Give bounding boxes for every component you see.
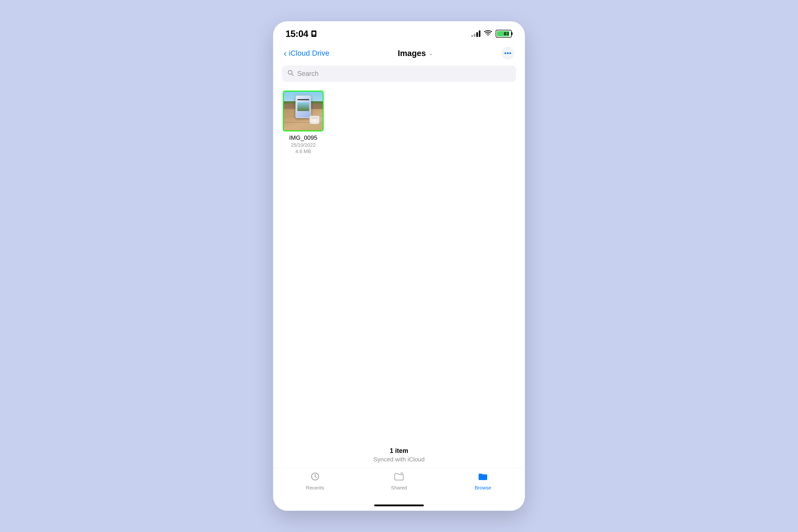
svg-rect-1	[312, 32, 315, 35]
back-chevron-icon: ‹	[284, 49, 287, 58]
nav-title-chevron-icon: ⌄	[429, 50, 433, 56]
recents-icon	[310, 472, 320, 483]
item-count: 1 item	[279, 447, 519, 455]
phone-frame: 15:04	[273, 21, 525, 511]
status-time: 15:04	[285, 28, 308, 39]
search-icon	[287, 70, 294, 78]
search-placeholder: Search	[297, 70, 319, 77]
file-grid: IMG_0095 25/10/2022 4.6 MB	[282, 91, 516, 154]
svg-rect-2	[314, 35, 315, 36]
tab-shared[interactable]: Shared	[357, 472, 441, 491]
svg-point-9	[401, 473, 402, 474]
content-area: IMG_0095 25/10/2022 4.6 MB	[273, 85, 525, 442]
list-item[interactable]: IMG_0095 25/10/2022 4.6 MB	[282, 91, 324, 154]
tab-bar: Recents Shared	[273, 468, 525, 500]
search-bar[interactable]: Search	[282, 65, 516, 82]
tab-recents-label: Recents	[306, 485, 324, 491]
file-size: 4.6 MB	[296, 149, 311, 154]
nav-title: Images	[398, 49, 426, 58]
shared-icon	[394, 472, 404, 483]
nav-header: ‹ iCloud Drive Images ⌄ •••	[273, 42, 525, 64]
home-bar	[374, 505, 424, 506]
tab-shared-label: Shared	[391, 485, 407, 491]
status-icons: 83	[471, 30, 513, 38]
home-indicator	[273, 500, 525, 511]
search-bar-container: Search	[273, 64, 525, 85]
svg-line-7	[315, 476, 317, 478]
file-thumbnail-selected	[283, 91, 324, 131]
footer-status: 1 item Synced with iCloud	[273, 442, 525, 468]
browse-icon	[478, 472, 488, 483]
file-name: IMG_0095	[289, 134, 318, 141]
file-date: 25/10/2022	[291, 142, 316, 148]
battery-icon: 83	[496, 30, 513, 38]
tab-browse-label: Browse	[475, 485, 491, 491]
more-dots-icon: •••	[504, 50, 512, 57]
tab-recents[interactable]: Recents	[273, 472, 357, 491]
wifi-icon	[484, 30, 492, 37]
tab-browse[interactable]: Browse	[441, 472, 525, 491]
more-button[interactable]: •••	[501, 47, 514, 60]
back-button[interactable]: ‹ iCloud Drive	[284, 49, 329, 58]
svg-point-3	[288, 70, 292, 74]
nav-title-container: Images ⌄	[398, 49, 433, 58]
alert-icon	[311, 31, 316, 37]
battery-level: 83	[504, 31, 509, 37]
file-thumbnail-img	[284, 92, 323, 131]
signal-bars-icon	[471, 31, 480, 37]
sync-status: Synced with iCloud	[279, 456, 519, 463]
svg-line-4	[292, 74, 293, 76]
status-bar: 15:04	[273, 21, 525, 42]
back-label: iCloud Drive	[289, 49, 329, 57]
